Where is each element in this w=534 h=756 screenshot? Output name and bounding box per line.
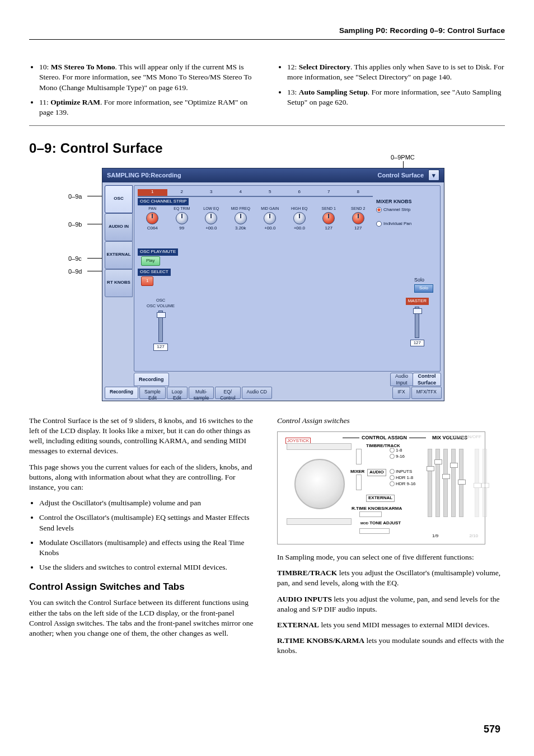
ribbon-bottom	[287, 518, 352, 525]
title-left: SAMPLING P0:Recording	[107, 171, 181, 180]
audio-label: AUDIO	[367, 469, 386, 476]
knob-send1[interactable]	[322, 212, 335, 224]
rtk-switch	[359, 511, 382, 517]
btab-multisample[interactable]: Multi- sample	[189, 387, 214, 399]
marker-b: 0–9b	[68, 220, 82, 229]
main-panel: 1 2 3 4 5 6 7 8 OSC CHANNEL STRIP PANC06…	[134, 185, 441, 372]
lcd-screenshot: SAMPLING P0:Recording Control Surface ▾ …	[102, 168, 444, 401]
body-cols: The Control Surface is the set of 9 slid…	[29, 416, 505, 662]
divider	[29, 125, 505, 126]
osc-select-button[interactable]: 1	[141, 276, 153, 286]
osc-volume-value: 127	[153, 344, 167, 351]
list-item: Adjust the Oscillator's (multisample) vo…	[39, 498, 257, 508]
osc-volume-slider[interactable]	[158, 311, 163, 342]
osc-select-label: OSC SELECT	[138, 269, 171, 276]
ch-5[interactable]: 5	[255, 189, 285, 197]
playmute-label: OSC PLAY/MUTE	[138, 248, 178, 256]
title-bar: SAMPLING P0:Recording Control Surface ▾	[102, 168, 444, 182]
external-label: EXTERNAL	[366, 495, 395, 502]
knob-loweq[interactable]	[205, 212, 217, 224]
p: R.TIME KNOBS/KARMA lets you modulate sou…	[277, 636, 505, 656]
section-heading: 0–9: Control Surface	[29, 134, 505, 157]
master-value: 127	[410, 340, 424, 347]
marker-d: 0–9d	[68, 267, 82, 276]
subheading: Control Assign Switches and Tabs	[29, 581, 257, 594]
tab-control-surface[interactable]: Control Surface	[413, 373, 441, 386]
btab-loop-edit[interactable]: Loop Edit	[167, 387, 188, 399]
joystick-wheel	[294, 459, 345, 509]
audio-switch	[356, 475, 362, 490]
ch-3[interactable]: 3	[196, 189, 226, 197]
solo-button[interactable]: Solo	[414, 284, 433, 293]
tab-external[interactable]: EXTERNAL	[105, 241, 133, 269]
marker-a: 0–9a	[68, 192, 82, 201]
list-item: 11: Optimize RAM. For more information, …	[39, 97, 257, 118]
solo-area: Solo Solo	[414, 276, 433, 293]
ch-1[interactable]: 1	[138, 189, 167, 197]
p: In Sampling mode, you can select one of …	[277, 552, 505, 562]
master-volume: MASTER 127	[406, 298, 429, 347]
menu-button[interactable]: ▾	[428, 170, 439, 181]
mix-sliders	[428, 449, 487, 517]
knob-pan[interactable]	[146, 212, 158, 224]
knob-eqtrim[interactable]	[176, 212, 188, 224]
p: TIMBRE/TRACK lets you adjust the Oscilla…	[277, 568, 505, 588]
tab-audio-input[interactable]: Audio Input	[390, 373, 413, 386]
ch-6[interactable]: 6	[285, 189, 315, 197]
p: EXTERNAL lets you send MIDI messages to …	[277, 620, 505, 630]
tone-adjust-label: MOD TONE ADJUST	[360, 520, 401, 527]
running-head: Sampling P0: Recording 0–9: Control Surf…	[29, 26, 505, 40]
list-item: Control the Oscillator's (multisample) E…	[39, 513, 257, 533]
timbre-track-switch	[356, 449, 362, 464]
knob-send2[interactable]	[352, 212, 364, 224]
control-assign-head: CONTROL ASSIGN	[362, 434, 407, 441]
knob-row: PANC064 EQ TRIM99 LOW EQ+00.0 MID FREQ3.…	[138, 206, 373, 247]
tab-osc[interactable]: OSC	[105, 185, 133, 213]
radio-individual-pan[interactable]	[376, 221, 382, 227]
left-tabs: OSC AUDIO IN EXTERNAL RT KNOBS	[105, 185, 133, 372]
master-slider[interactable]	[415, 307, 419, 338]
btab-recording[interactable]: Recording	[105, 387, 138, 399]
top-right-list: 12: Select Directory. This applies only …	[277, 62, 505, 107]
page-number: 579	[484, 722, 500, 736]
list-item: Modulate Oscillators (multisample) and e…	[39, 538, 257, 558]
bottom-tabs: Recording Sample Edit Loop Edit Multi- s…	[105, 387, 442, 399]
ch-7[interactable]: 7	[314, 189, 344, 197]
slider-1-9: 1/9	[432, 533, 438, 539]
marker-c: 0–9c	[68, 255, 82, 263]
tab-audio-in[interactable]: AUDIO IN	[105, 213, 133, 241]
tab-rt-knobs[interactable]: RT KNOBS	[105, 269, 133, 297]
knob-midgain[interactable]	[264, 212, 276, 224]
tab-recording[interactable]: Recording	[134, 373, 169, 386]
p: This page shows you the current values f…	[29, 462, 257, 493]
ch-2[interactable]: 2	[167, 189, 197, 197]
top-left-list: 10: MS Stereo To Mono. This will appear …	[29, 62, 257, 118]
channel-numbers: 1 2 3 4 5 6 7 8	[138, 189, 373, 197]
p: You can switch the Control Surface betwe…	[29, 598, 257, 638]
ch-8[interactable]: 8	[344, 189, 373, 197]
play-button[interactable]: Play	[141, 256, 160, 266]
btab-eq-control[interactable]: EQ/ Control	[215, 387, 240, 399]
list-item: 13: Auto Sampling Setup. For more inform…	[287, 87, 505, 107]
title-right: Control Surface	[377, 171, 424, 180]
btab-ifx[interactable]: IFX	[392, 387, 410, 399]
btab-mfx-tfx[interactable]: MFX/TFX	[411, 387, 442, 399]
screenshot-figure: 0–9PMC 0–9a 0–9b 0–9c 0–9d SAMPLING P0:R…	[68, 168, 505, 401]
ch-4[interactable]: 4	[226, 189, 256, 197]
mixer-knobs-box: MIXER KNOBS Channel Strip Individual Pan	[376, 198, 437, 227]
radio-channel-strip[interactable]	[376, 207, 382, 213]
channel-strip-label: OSC CHANNEL STRIP	[138, 198, 189, 205]
btab-sample-edit[interactable]: Sample Edit	[139, 387, 166, 399]
marker-pmc: 0–9PMC	[391, 153, 415, 162]
top-bullet-cols: 10: MS Stereo To Mono. This will appear …	[29, 62, 505, 122]
karma-head: KARMA ON/OFF	[448, 434, 481, 440]
knob-higheq[interactable]	[293, 212, 306, 224]
body-bullets: Adjust the Oscillator's (multisample) vo…	[29, 498, 257, 572]
btab-audio-cd[interactable]: Audio CD	[242, 387, 272, 399]
list-item: 12: Select Directory. This applies only …	[287, 62, 505, 82]
knob-midfreq[interactable]	[235, 212, 247, 224]
figure-caption: Control Assign switches	[277, 416, 505, 426]
tone-adjust-switch	[359, 528, 390, 534]
osc-volume: OSC OSC VOLUME 127	[147, 298, 175, 351]
p: The Control Surface is the set of 9 slid…	[29, 416, 257, 457]
